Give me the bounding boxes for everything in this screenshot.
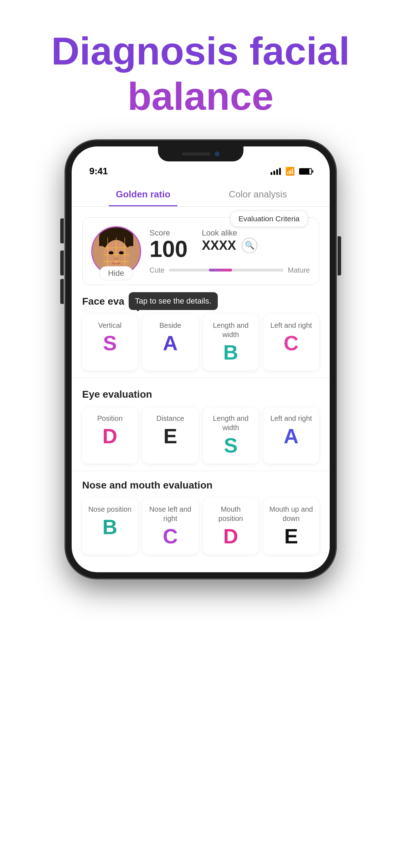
mature-label: Mature (288, 266, 310, 274)
search-button[interactable]: 🔍 (242, 238, 257, 253)
face-eval-header: Face eva Tap to see the details. (82, 296, 319, 307)
wifi-icon: 📶 (285, 167, 295, 176)
slider-track[interactable] (169, 269, 284, 272)
nose-mouth-evaluation-section: Nose and mouth evaluation Nose position … (72, 480, 330, 554)
face-evaluation-section: Face eva Tap to see the details. Vertica… (72, 296, 330, 371)
eye-card-distance[interactable]: Distance E (143, 407, 198, 464)
mouth-card-position[interactable]: Mouth position D (203, 498, 259, 554)
eye-card-length-width-grade: S (224, 435, 238, 456)
face-card-left-right-grade: C (284, 333, 299, 353)
bottom-spacer (72, 558, 330, 572)
score-value: 100 (150, 238, 188, 260)
eye-card-length-width[interactable]: Length and width S (203, 407, 259, 464)
nose-mouth-header: Nose and mouth evaluation (82, 480, 319, 491)
score-column: Score 100 (150, 228, 188, 260)
mouth-card-up-down[interactable]: Mouth up and down E (263, 498, 319, 554)
title-diagnosis: Diagnosis facial (51, 29, 350, 73)
score-row: Score 100 Look alike XXXX 🔍 (150, 228, 310, 260)
eye-card-position-grade: D (102, 426, 117, 446)
signal-bar-3 (276, 169, 278, 175)
look-alike-value: XXXX (202, 238, 236, 253)
eye-card-distance-label: Distance (156, 414, 184, 423)
eye-eval-title: Eye evaluation (82, 389, 152, 400)
slider-fill (209, 269, 232, 272)
tab-color-analysis[interactable]: Color analysis (201, 182, 315, 206)
nose-card-position-grade: B (102, 517, 117, 537)
eval-criteria-button[interactable]: Evaluation Criteria (230, 211, 308, 227)
eye-card-left-right-grade: A (284, 426, 299, 446)
signal-bar-1 (271, 172, 272, 175)
eye-card-left-right-label: Left and right (270, 414, 312, 423)
tab-golden-ratio[interactable]: Golden ratio (86, 182, 201, 206)
signal-bar-4 (279, 168, 281, 175)
cute-mature-slider: Cute Mature (150, 266, 310, 274)
tab-bar: Golden ratio Color analysis (72, 182, 330, 207)
svg-point-5 (108, 251, 113, 255)
eye-eval-header: Eye evaluation (82, 389, 319, 400)
nose-card-left-right-label: Nose left and right (148, 505, 193, 523)
title-section: Diagnosis facial balance (0, 0, 401, 140)
face-card-beside[interactable]: Beside A (143, 314, 198, 371)
face-card-vertical-grade: S (103, 333, 117, 353)
nose-card-left-right[interactable]: Nose left and right C (143, 498, 198, 554)
score-info: Score 100 Look alike XXXX 🔍 (150, 228, 310, 274)
battery-fill (300, 169, 309, 174)
mouth-card-up-down-label: Mouth up and down (268, 505, 314, 523)
face-card-length-width-label: Length and width (208, 321, 254, 339)
score-card: Evaluation Criteria (82, 217, 319, 285)
notch-camera (215, 151, 220, 156)
face-card-beside-grade: A (163, 333, 178, 353)
svg-point-6 (119, 251, 123, 255)
notch-speaker (182, 153, 210, 155)
eye-card-left-right[interactable]: Left and right A (263, 407, 319, 464)
mouth-card-up-down-grade: E (284, 526, 298, 547)
signal-bars-icon (271, 168, 281, 175)
nose-card-position[interactable]: Nose position B (82, 498, 138, 554)
title-balance: balance (128, 74, 274, 118)
tooltip-bubble: Tap to see the details. (129, 292, 218, 310)
eye-card-position-label: Position (97, 414, 123, 423)
look-alike-label: Look alike (202, 228, 237, 238)
nose-card-left-right-grade: C (163, 526, 178, 547)
hide-button[interactable]: Hide (99, 266, 133, 280)
battery-icon (299, 168, 312, 175)
face-card-length-width-grade: B (223, 342, 238, 363)
face-card-vertical-label: Vertical (98, 321, 122, 330)
section-divider-2 (72, 471, 330, 471)
phone-screen: 9:41 📶 Golden ratio (72, 146, 330, 572)
status-time: 9:41 (89, 166, 108, 177)
section-divider-1 (72, 378, 330, 378)
look-alike-row: XXXX 🔍 (202, 238, 257, 253)
mouth-card-position-label: Mouth position (208, 505, 254, 523)
face-card-length-width[interactable]: Length and width B (203, 314, 259, 371)
signal-bar-2 (273, 171, 275, 175)
face-card-left-right-label: Left and right (270, 321, 312, 330)
notch (158, 146, 243, 161)
status-right: 📶 (271, 167, 312, 176)
face-card-vertical[interactable]: Vertical S (82, 314, 138, 371)
cute-label: Cute (150, 266, 165, 274)
avatar-container: Hide (91, 226, 141, 276)
look-alike-column: Look alike XXXX 🔍 (202, 228, 257, 260)
eye-evaluation-section: Eye evaluation Position D Distance E Len… (72, 389, 330, 464)
phone-mockup: 9:41 📶 Golden ratio (65, 140, 336, 579)
face-card-beside-label: Beside (159, 321, 181, 330)
face-card-left-right[interactable]: Left and right C (263, 314, 319, 371)
eye-card-length-width-label: Length and width (208, 414, 254, 432)
nose-mouth-title: Nose and mouth evaluation (82, 480, 213, 491)
eye-card-distance-grade: E (163, 426, 177, 446)
face-eval-grid: Vertical S Beside A Length and width B L… (82, 314, 319, 371)
eye-eval-grid: Position D Distance E Length and width S… (82, 407, 319, 464)
mouth-card-position-grade: D (223, 526, 238, 547)
nose-mouth-grid: Nose position B Nose left and right C Mo… (82, 498, 319, 554)
eye-card-position[interactable]: Position D (82, 407, 138, 464)
nose-card-position-label: Nose position (88, 505, 132, 514)
phone-outer: 9:41 📶 Golden ratio (65, 140, 336, 579)
face-eval-title: Face eva (82, 296, 124, 307)
